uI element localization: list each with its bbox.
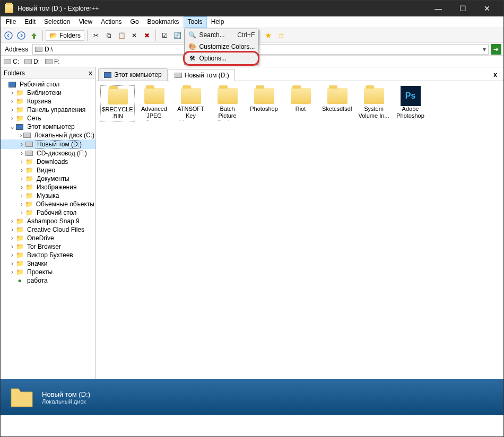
expand-icon[interactable]: › — [19, 132, 23, 139]
folder-tree[interactable]: Рабочий стол ›📁Библиотеки›📁Корзина›📁Пане… — [1, 79, 95, 379]
expand-icon[interactable]: › — [9, 106, 15, 113]
tree-item[interactable]: ›📁Проекты — [1, 268, 95, 276]
expand-icon[interactable]: › — [9, 251, 15, 259]
file-item[interactable]: $RECYCLE.BIN — [100, 85, 135, 121]
tree-item[interactable]: ›📁Рабочий стол — [1, 208, 95, 217]
expand-icon[interactable]: › — [9, 226, 15, 233]
menu-bookmarks[interactable]: Bookmarks — [143, 16, 184, 28]
go-button[interactable]: ➔ — [491, 44, 501, 55]
tree-this-pc[interactable]: ⌄ Этот компьютер — [1, 123, 95, 131]
expand-icon[interactable]: › — [19, 167, 25, 174]
menu-item-search[interactable]: 🔍 Search... Ctrl+F — [185, 29, 258, 41]
expand-icon[interactable]: › — [9, 89, 15, 97]
menu-view[interactable]: View — [74, 16, 97, 28]
drive-d[interactable]: D: — [24, 58, 40, 65]
copy-button[interactable]: ⧉ — [103, 30, 115, 41]
file-label: Sketcsdfsdf — [322, 106, 352, 112]
tree-desktop[interactable]: Рабочий стол — [1, 80, 95, 89]
tree-item[interactable]: ›Локальный диск (C:) — [1, 131, 95, 139]
expand-icon[interactable]: › — [19, 141, 25, 148]
file-item[interactable]: System Volume In... — [357, 85, 391, 121]
tree-item[interactable]: ›📁Корзина — [1, 97, 95, 106]
delete-button[interactable]: ✕ — [128, 30, 140, 41]
expand-icon[interactable]: › — [19, 175, 25, 182]
tab-close-button[interactable]: x — [489, 69, 501, 81]
expand-icon[interactable]: › — [9, 217, 15, 225]
paste-button[interactable]: 📋 — [116, 30, 127, 41]
maximize-button[interactable]: ☐ — [450, 1, 475, 16]
folders-toggle[interactable]: 📂 Folders — [46, 30, 84, 41]
menu-item-options[interactable]: 🛠 Options... — [185, 53, 258, 64]
file-item[interactable]: Batch Picture Resizer — [210, 85, 245, 121]
forward-button[interactable] — [15, 30, 27, 41]
file-label: Advanced JPEG Com... — [138, 106, 170, 120]
menu-tools[interactable]: Tools 🔍 Search... Ctrl+F 🎨 Customize Col… — [184, 16, 207, 28]
cut-button[interactable]: ✂ — [90, 30, 102, 41]
expand-icon[interactable]: › — [19, 150, 25, 157]
tree-item[interactable]: ›CD-дисковод (F:) — [1, 149, 95, 158]
expand-icon[interactable]: › — [9, 260, 15, 267]
close-button[interactable]: ✕ — [475, 1, 499, 16]
menu-actions[interactable]: Actions — [97, 16, 126, 28]
tree-item[interactable]: ›📁Значки — [1, 259, 95, 268]
address-label: Address — [3, 46, 30, 53]
chevron-down-icon[interactable]: ▾ — [483, 46, 486, 53]
tree-item[interactable]: ›📁Виктор Бухтеев — [1, 251, 95, 259]
tree-item[interactable]: ›📁OneDrive — [1, 234, 95, 242]
expand-icon[interactable]: › — [19, 158, 25, 165]
drive-f[interactable]: F: — [45, 58, 60, 65]
address-input[interactable]: D:\ ▾ — [32, 44, 489, 55]
expand-icon[interactable]: › — [9, 243, 15, 250]
tree-item[interactable]: ›📁Изображения — [1, 183, 95, 191]
bookmark-add-button[interactable]: ☆ — [275, 30, 286, 41]
close-panel-button[interactable]: x — [89, 69, 92, 77]
tree-item[interactable]: ›📁Панель управления — [1, 106, 95, 114]
expand-icon[interactable]: › — [9, 98, 15, 105]
file-item[interactable]: Photoshop — [247, 85, 281, 121]
file-item[interactable]: ATNSOFT Key Manager — [173, 85, 208, 121]
tab-this-pc[interactable]: Этот компьютер — [98, 68, 168, 81]
tree-item[interactable]: ›📁Объемные объекты — [1, 200, 95, 208]
tree-item[interactable]: ›📁Tor Browser — [1, 242, 95, 251]
tree-item[interactable]: ›📁Ashampoo Snap 9 — [1, 217, 95, 225]
tree-item[interactable]: ›📁Документы — [1, 174, 95, 183]
expand-icon[interactable]: › — [9, 234, 15, 242]
menu-file[interactable]: File — [2, 16, 20, 28]
up-button[interactable] — [28, 30, 40, 41]
computer-icon — [15, 123, 24, 130]
bookmark-button[interactable]: ★ — [262, 30, 274, 41]
file-item[interactable]: Riot — [283, 85, 318, 121]
expand-icon[interactable]: › — [19, 209, 25, 216]
drive-icon — [25, 141, 33, 148]
file-item[interactable]: Sketcsdfsdf — [320, 85, 354, 121]
undo-delete-button[interactable]: ✖ — [141, 30, 153, 41]
tree-item[interactable]: ●работа — [1, 276, 95, 285]
tree-item[interactable]: ›📁Музыка — [1, 191, 95, 200]
tree-item[interactable]: ›📁Сеть — [1, 114, 95, 123]
tab-drive-d[interactable]: Новый том (D:) — [169, 69, 235, 81]
tree-item[interactable]: ›📁Библиотеки — [1, 89, 95, 97]
file-item[interactable]: PsAdobe Photoshop ... — [393, 85, 428, 121]
properties-button[interactable]: ☑ — [159, 30, 170, 41]
menu-edit[interactable]: Edit — [20, 16, 40, 28]
menu-selection[interactable]: Selection — [40, 16, 74, 28]
expand-icon[interactable]: › — [19, 200, 24, 208]
tree-item[interactable]: ›📁Creative Cloud Files — [1, 225, 95, 234]
file-item[interactable]: Advanced JPEG Com... — [137, 85, 171, 121]
tree-item[interactable]: ›📁Downloads — [1, 158, 95, 166]
minimize-button[interactable]: — — [426, 1, 450, 16]
expand-icon[interactable]: › — [9, 268, 15, 276]
refresh-button[interactable]: 🔄 — [171, 30, 183, 41]
expand-icon[interactable]: › — [19, 192, 25, 199]
back-button[interactable] — [3, 30, 14, 41]
collapse-icon[interactable]: ⌄ — [9, 123, 15, 130]
tree-item[interactable]: ›Новый том (D:) — [1, 139, 95, 149]
menu-item-customize-colors[interactable]: 🎨 Customize Colors... — [185, 41, 258, 53]
menu-help[interactable]: Help — [207, 16, 229, 28]
expand-icon[interactable]: › — [19, 183, 25, 191]
tree-item[interactable]: ›📁Видео — [1, 166, 95, 174]
drive-c[interactable]: C: — [4, 58, 19, 65]
menu-go[interactable]: Go — [126, 16, 143, 28]
expand-icon[interactable]: › — [9, 115, 15, 122]
file-listview[interactable]: $RECYCLE.BINAdvanced JPEG Com...ATNSOFT … — [96, 81, 503, 379]
